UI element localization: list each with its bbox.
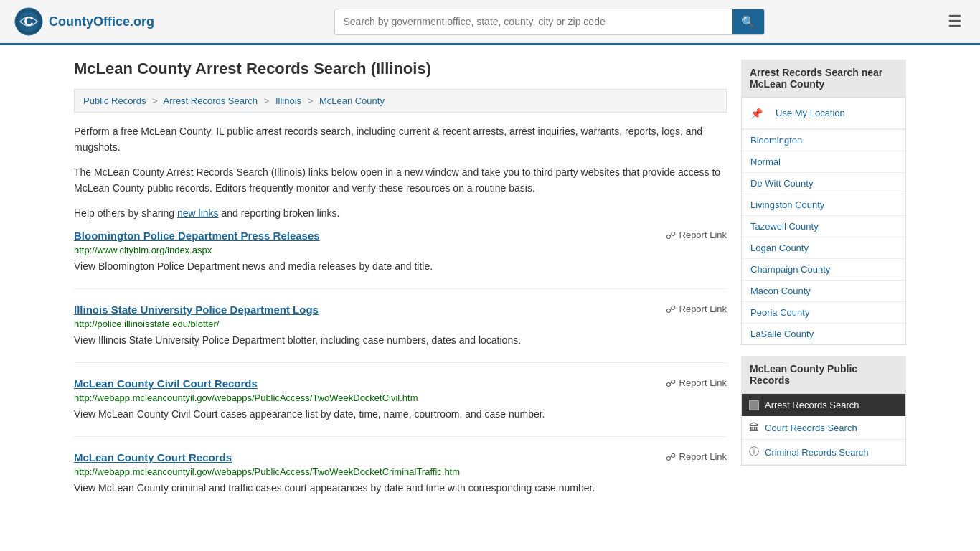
result-item: Illinois State University Police Departm…: [74, 303, 727, 363]
report-icon-3: ☍: [666, 377, 676, 389]
logo-text: CountyOffice.org: [49, 14, 154, 29]
results-list: Bloomington Police Department Press Rele…: [74, 230, 727, 510]
result-header: McLean County Civil Court Records ☍ Repo…: [74, 377, 727, 390]
location-pin-icon: 📌: [750, 108, 763, 119]
sidebar-item-livingston: Livingston County: [742, 194, 905, 216]
sidebar-item-bloomington: Bloomington: [742, 130, 905, 151]
breadcrumb-link-illinois[interactable]: Illinois: [275, 95, 301, 106]
sidebar-item-arrest-records[interactable]: Arrest Records Search: [742, 394, 905, 416]
sidebar-use-location-item: 📌 Use My Location: [742, 98, 905, 130]
sidebar-public-records-section: McLean County Public Records Arrest Reco…: [741, 356, 906, 466]
breadcrumb-link-arrest-records[interactable]: Arrest Records Search: [164, 95, 258, 106]
report-link-3[interactable]: ☍ Report Link: [666, 377, 727, 389]
sidebar-item-normal: Normal: [742, 151, 905, 173]
content-area: McLean County Arrest Records Search (Ill…: [74, 60, 727, 524]
use-location-link[interactable]: Use My Location: [767, 103, 854, 123]
report-icon-2: ☍: [666, 303, 676, 315]
search-button[interactable]: 🔍: [732, 9, 764, 34]
sidebar-item-dewitt: De Witt County: [742, 173, 905, 194]
sidebar-item-logan: Logan County: [742, 237, 905, 259]
sidebar-nearby-list: 📌 Use My Location Bloomington Normal De …: [741, 98, 906, 345]
report-icon-1: ☍: [666, 230, 676, 241]
menu-button[interactable]: ☰: [944, 9, 966, 34]
sidebar-item-lasalle: LaSalle County: [742, 324, 905, 344]
main-container: McLean County Arrest Records Search (Ill…: [60, 45, 920, 539]
sidebar-item-macon: Macon County: [742, 281, 905, 302]
description-2: The McLean County Arrest Records Search …: [74, 164, 727, 197]
sidebar-public-records-list: Arrest Records Search 🏛 Court Records Se…: [741, 394, 906, 466]
breadcrumb-sep-3: >: [308, 95, 314, 106]
result-title-4[interactable]: McLean County Court Records: [74, 451, 232, 463]
building-icon: 🏛: [749, 422, 759, 433]
page-title: McLean County Arrest Records Search (Ill…: [74, 60, 727, 78]
breadcrumb: Public Records > Arrest Records Search >…: [74, 89, 727, 113]
sidebar-item-champaign: Champaign County: [742, 259, 905, 281]
sidebar-item-criminal-records[interactable]: ⓘ Criminal Records Search: [742, 440, 905, 465]
logo-icon: C: [14, 7, 43, 36]
search-input[interactable]: [335, 9, 732, 34]
sidebar-item-court-records[interactable]: 🏛 Court Records Search: [742, 416, 905, 440]
result-url-3[interactable]: http://webapp.mcleancountyil.gov/webapps…: [74, 392, 727, 403]
result-header: McLean County Court Records ☍ Report Lin…: [74, 451, 727, 463]
report-icon-4: ☍: [666, 451, 676, 463]
sidebar-nearby-header: Arrest Records Search near McLean County: [741, 60, 906, 98]
result-desc-4: View McLean County criminal and traffic …: [74, 481, 727, 496]
new-links-link[interactable]: new links: [177, 207, 219, 219]
search-input-wrap: 🔍: [334, 9, 765, 35]
breadcrumb-link-mclean[interactable]: McLean County: [319, 95, 385, 106]
description-3: Help others by sharing new links and rep…: [74, 205, 727, 221]
site-header: C CountyOffice.org 🔍 ☰: [0, 0, 980, 45]
result-item: McLean County Civil Court Records ☍ Repo…: [74, 377, 727, 437]
svg-text:C: C: [24, 14, 34, 29]
result-title-1[interactable]: Bloomington Police Department Press Rele…: [74, 230, 320, 242]
result-header: Illinois State University Police Departm…: [74, 303, 727, 316]
sidebar: Arrest Records Search near McLean County…: [741, 60, 906, 524]
breadcrumb-link-public-records[interactable]: Public Records: [83, 95, 146, 106]
result-desc-3: View McLean County Civil Court cases app…: [74, 407, 727, 422]
sidebar-public-records-header: McLean County Public Records: [741, 356, 906, 394]
result-desc-2: View Illinois State University Police De…: [74, 333, 727, 348]
sidebar-nearby-section: Arrest Records Search near McLean County…: [741, 60, 906, 345]
result-title-2[interactable]: Illinois State University Police Departm…: [74, 303, 319, 316]
breadcrumb-sep-1: >: [152, 95, 158, 106]
active-square-icon: [749, 400, 759, 410]
logo-area: C CountyOffice.org: [14, 7, 154, 36]
sidebar-item-peoria: Peoria County: [742, 302, 905, 324]
result-item: Bloomington Police Department Press Rele…: [74, 230, 727, 289]
report-link-1[interactable]: ☍ Report Link: [666, 230, 727, 241]
result-title-3[interactable]: McLean County Civil Court Records: [74, 377, 258, 390]
result-url-1[interactable]: http://www.cityblm.org/index.aspx: [74, 245, 727, 255]
description-1: Perform a free McLean County, IL public …: [74, 123, 727, 156]
result-desc-1: View Bloomington Police Department news …: [74, 259, 727, 274]
sidebar-item-tazewell: Tazewell County: [742, 216, 905, 237]
result-item: McLean County Court Records ☍ Report Lin…: [74, 451, 727, 510]
result-url-4[interactable]: http://webapp.mcleancountyil.gov/webapps…: [74, 466, 727, 477]
result-header: Bloomington Police Department Press Rele…: [74, 230, 727, 242]
breadcrumb-sep-2: >: [264, 95, 270, 106]
report-link-2[interactable]: ☍ Report Link: [666, 303, 727, 315]
search-area: 🔍: [334, 9, 765, 35]
report-link-4[interactable]: ☍ Report Link: [666, 451, 727, 463]
result-url-2[interactable]: http://police.illinoisstate.edu/blotter/: [74, 319, 727, 329]
info-icon: ⓘ: [749, 446, 759, 458]
